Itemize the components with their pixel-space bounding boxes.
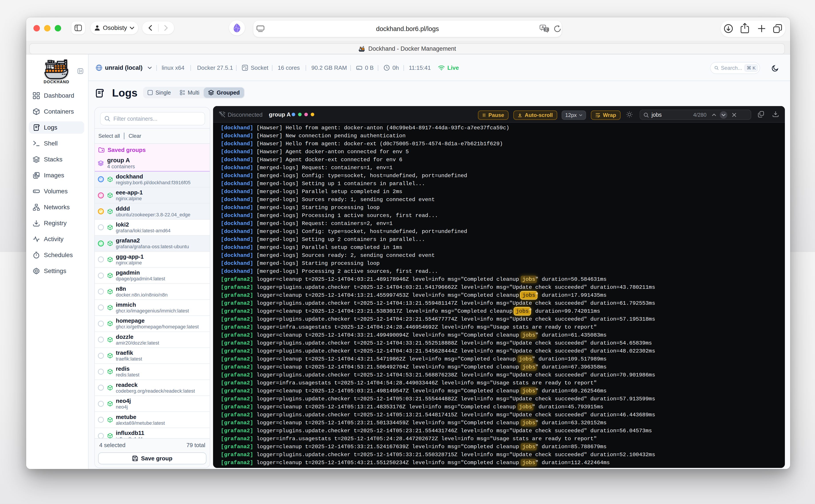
svg-text:文: 文: [545, 28, 548, 31]
